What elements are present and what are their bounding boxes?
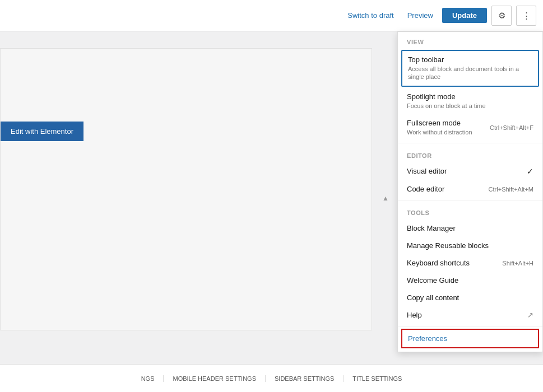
tools-section-header: TOOLS — [398, 203, 542, 220]
scroll-up-arrow: ▲ — [382, 194, 389, 202]
divider-view-editor — [398, 143, 542, 143]
bottom-bar-item-mobile-header[interactable]: MOBILE HEADER SETTINGS — [164, 375, 266, 382]
bottom-bar-item-ngs[interactable]: NGS — [132, 375, 164, 382]
spotlight-mode-title: Spotlight mode — [407, 92, 533, 101]
view-section-header: VIEW — [398, 32, 542, 49]
fullscreen-mode-title: Fullscreen mode — [407, 119, 483, 127]
code-editor-title: Code editor — [407, 185, 482, 193]
top-toolbar-title: Top toolbar — [408, 55, 532, 64]
preferences-title: Preferences — [408, 334, 532, 343]
page-preview: Edit with Elementor — [0, 48, 372, 330]
fullscreen-shortcut: Ctrl+Shift+Alt+F — [490, 124, 533, 131]
menu-item-code-editor[interactable]: Code editor Ctrl+Shift+Alt+M — [398, 180, 542, 198]
manage-reusable-title: Manage Reusable blocks — [407, 241, 533, 250]
menu-item-spotlight-mode[interactable]: Spotlight mode Focus on one block at a t… — [398, 88, 542, 114]
visual-editor-check: ✓ — [527, 167, 533, 176]
visual-editor-title: Visual editor — [407, 167, 520, 175]
keyboard-shortcuts-shortcut: Shift+Alt+H — [502, 260, 533, 267]
top-toolbar-desc: Access all block and document tools in a… — [408, 65, 532, 81]
more-options-button[interactable]: ⋮ — [516, 6, 536, 26]
copy-content-title: Copy all content — [407, 293, 533, 302]
menu-item-block-manager[interactable]: Block Manager — [398, 220, 542, 237]
help-title: Help — [407, 311, 523, 319]
menu-item-visual-editor[interactable]: Visual editor ✓ — [398, 162, 542, 180]
settings-button[interactable]: ⚙ — [491, 6, 512, 26]
scroll-indicator: ▲ — [382, 193, 389, 203]
welcome-guide-title: Welcome Guide — [407, 276, 533, 284]
code-editor-shortcut: Ctrl+Shift+Alt+M — [489, 186, 533, 193]
menu-item-keyboard-shortcuts[interactable]: Keyboard shortcuts Shift+Alt+H — [398, 254, 542, 272]
menu-item-fullscreen-mode[interactable]: Fullscreen mode Work without distraction… — [398, 114, 542, 141]
update-button[interactable]: Update — [442, 8, 487, 23]
switch-to-draft-button[interactable]: Switch to draft — [343, 8, 398, 23]
bottom-bar: NGS MOBILE HEADER SETTINGS SIDEBAR SETTI… — [0, 364, 543, 392]
edit-with-elementor-button[interactable]: Edit with Elementor — [1, 122, 83, 141]
fullscreen-mode-desc: Work without distraction — [407, 128, 483, 136]
menu-item-welcome-guide[interactable]: Welcome Guide — [398, 272, 542, 289]
menu-item-manage-reusable[interactable]: Manage Reusable blocks — [398, 237, 542, 254]
editor-section-header: EDITOR — [398, 146, 542, 162]
dropdown-menu: VIEW Top toolbar Access all block and do… — [397, 31, 543, 352]
external-link-icon: ↗ — [527, 311, 533, 319]
gear-icon: ⚙ — [498, 11, 505, 21]
bottom-bar-item-sidebar[interactable]: SIDEBAR SETTINGS — [266, 375, 344, 382]
keyboard-shortcuts-title: Keyboard shortcuts — [407, 259, 495, 267]
block-manager-title: Block Manager — [407, 224, 533, 232]
more-icon: ⋮ — [522, 11, 531, 21]
top-toolbar: Switch to draft Preview Update ⚙ ⋮ — [0, 0, 543, 31]
divider-editor-tools — [398, 200, 542, 200]
menu-item-copy-content[interactable]: Copy all content — [398, 289, 542, 306]
spotlight-mode-desc: Focus on one block at a time — [407, 102, 533, 110]
menu-item-preferences[interactable]: Preferences — [401, 329, 539, 348]
menu-item-help[interactable]: Help ↗ — [398, 306, 542, 324]
bottom-bar-item-title[interactable]: TITLE SETTINGS — [344, 375, 411, 382]
divider-tools-preferences — [398, 326, 542, 326]
menu-item-top-toolbar[interactable]: Top toolbar Access all block and documen… — [401, 50, 539, 87]
preview-button[interactable]: Preview — [403, 8, 438, 23]
